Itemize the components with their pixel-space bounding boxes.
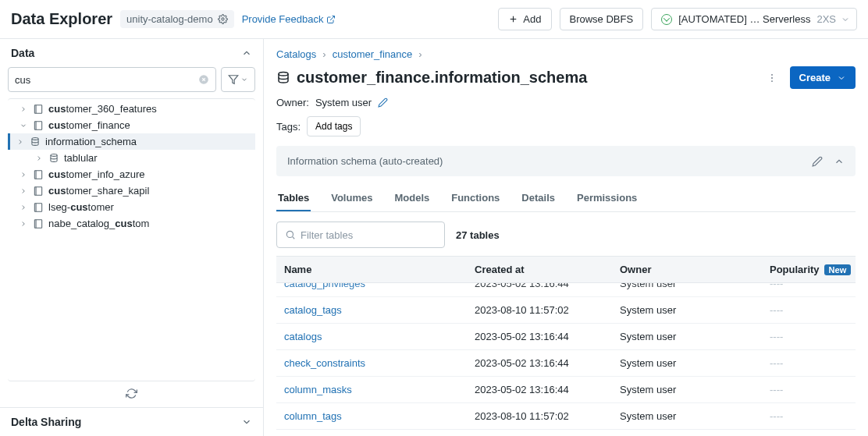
table-link[interactable]: column_tags	[284, 410, 342, 422]
table-row[interactable]: catalog_tags2023-08-10 11:57:02System us…	[276, 297, 856, 324]
provide-feedback-link[interactable]: Provide Feedback	[242, 13, 336, 25]
banner-text: Information schema (auto-created)	[287, 155, 443, 167]
table-link[interactable]: check_constraints	[284, 357, 365, 369]
tab-permissions[interactable]: Permissions	[575, 186, 639, 211]
breadcrumb: Catalogs › customer_finance ›	[276, 48, 856, 60]
refresh-icon[interactable]	[126, 388, 137, 399]
tree-item[interactable]: customer_share_kapil	[8, 183, 255, 199]
table-row[interactable]: check_constraints2023-05-02 13:16:44Syst…	[276, 350, 856, 377]
more-actions-button[interactable]	[760, 69, 784, 87]
create-button[interactable]: Create	[790, 66, 856, 89]
table-row[interactable]: column_masks2023-05-02 13:16:44System us…	[276, 377, 856, 403]
schema-tabs: TablesVolumesModelsFunctionsDetailsPermi…	[276, 186, 856, 212]
breadcrumb-catalogs[interactable]: Catalogs	[276, 48, 316, 60]
delta-sharing-section[interactable]: Delta Sharing	[0, 408, 263, 436]
catalog-icon	[33, 169, 44, 180]
add-tags-button[interactable]: Add tags	[307, 116, 361, 136]
tab-details[interactable]: Details	[520, 186, 557, 211]
tree-caret-icon[interactable]	[19, 220, 28, 228]
tree-item-label: customer_360_features	[48, 103, 157, 115]
svg-point-8	[32, 137, 38, 140]
search-input-field[interactable]	[15, 74, 198, 86]
tree-caret-icon[interactable]	[19, 105, 28, 113]
browse-dbfs-button[interactable]: Browse DBFS	[560, 8, 644, 30]
tree-item[interactable]: customer_info_azure	[8, 166, 255, 183]
external-link-icon	[326, 15, 336, 24]
table-link[interactable]: column_masks	[284, 384, 352, 395]
owner-value: System user	[315, 97, 372, 108]
tab-volumes[interactable]: Volumes	[329, 186, 374, 211]
tree-caret-icon[interactable]	[19, 171, 28, 179]
popularity-cell: ----	[762, 283, 856, 296]
compute-label: [AUTOMATED] … Serverless	[678, 13, 810, 25]
tree-caret-icon[interactable]	[19, 122, 28, 129]
add-button[interactable]: Add	[498, 8, 551, 30]
owner-cell: System user	[612, 297, 762, 323]
col-header-created[interactable]: Created at	[467, 257, 612, 282]
description-banner: Information schema (auto-created)	[276, 146, 856, 176]
tree-item[interactable]: customer_360_features	[8, 101, 255, 117]
col-header-popularity[interactable]: Popularity New	[762, 257, 856, 282]
edit-owner-button[interactable]	[378, 97, 388, 108]
svg-point-0	[222, 18, 224, 20]
chevron-right-icon: ›	[418, 48, 422, 60]
col-header-name[interactable]: Name	[276, 257, 467, 282]
owner-cell: System user	[612, 324, 762, 349]
created-cell: 2023-05-02 13:16:44	[467, 377, 612, 402]
svg-point-9	[51, 154, 57, 156]
popularity-cell: ----	[762, 297, 856, 323]
table-row[interactable]: catalog_privileges2023-05-02 13:16:44Sys…	[276, 283, 856, 297]
data-section-header[interactable]: Data	[0, 39, 263, 67]
col-header-owner[interactable]: Owner	[612, 257, 762, 282]
schema-icon	[276, 71, 290, 85]
tree-item[interactable]: information_schema	[8, 133, 255, 150]
collapse-banner-button[interactable]	[834, 156, 845, 167]
tab-tables[interactable]: Tables	[276, 186, 311, 211]
created-cell: 2023-05-02 13:16:44	[467, 430, 612, 436]
svg-point-17	[771, 80, 773, 82]
svg-line-19	[293, 237, 295, 239]
table-row[interactable]: columns2023-05-02 13:16:44System user---…	[276, 430, 856, 436]
chevron-down-icon	[240, 76, 248, 83]
svg-point-16	[771, 77, 773, 79]
breadcrumb-catalog-name[interactable]: customer_finance	[333, 48, 413, 60]
created-cell: 2023-05-02 13:16:44	[467, 350, 612, 376]
table-link[interactable]: catalog_tags	[284, 304, 342, 316]
tree-item[interactable]: lseg-customer	[8, 199, 255, 215]
filter-button[interactable]	[221, 67, 255, 92]
main-content: Catalogs › customer_finance › customer_f…	[264, 39, 868, 436]
catalog-icon	[33, 218, 44, 229]
table-row[interactable]: column_tags2023-08-10 11:57:02System use…	[276, 403, 856, 430]
filter-tables-input[interactable]	[276, 222, 445, 248]
popularity-cell: ----	[762, 430, 856, 436]
owner-cell: System user	[612, 403, 762, 429]
tags-row: Tags: Add tags	[276, 116, 856, 136]
tab-models[interactable]: Models	[393, 186, 431, 211]
tree-item-label: customer_finance	[48, 119, 130, 131]
tree-caret-icon[interactable]	[19, 187, 28, 195]
tables-grid: Name Created at Owner Popularity New cat…	[276, 256, 856, 436]
tree-caret-icon[interactable]	[34, 154, 44, 162]
table-link[interactable]: catalog_privileges	[284, 283, 365, 289]
popularity-cell: ----	[762, 324, 856, 349]
catalog-icon	[33, 104, 44, 115]
edit-description-button[interactable]	[812, 156, 823, 167]
table-row[interactable]: catalogs2023-05-02 13:16:44System user--…	[276, 324, 856, 350]
compute-selector[interactable]: [AUTOMATED] … Serverless 2XS	[651, 8, 857, 30]
catalog-search-input[interactable]	[8, 67, 216, 92]
tree-item[interactable]: customer_finance	[8, 117, 255, 133]
tree-caret-icon[interactable]	[16, 138, 25, 146]
table-body[interactable]: catalog_privileges2023-05-02 13:16:44Sys…	[276, 283, 856, 436]
clear-search-icon[interactable]	[198, 74, 209, 85]
table-link[interactable]: catalogs	[284, 331, 322, 342]
owner-row: Owner: System user	[276, 97, 856, 108]
created-cell: 2023-05-02 13:16:44	[467, 324, 612, 349]
workspace-selector[interactable]: unity-catalog-demo	[120, 10, 234, 28]
tree-caret-icon[interactable]	[19, 204, 28, 211]
tab-functions[interactable]: Functions	[450, 186, 501, 211]
schema-icon	[30, 136, 41, 147]
chevron-down-icon	[837, 73, 846, 83]
tree-item[interactable]: nabe_catalog_custom	[8, 215, 255, 232]
tree-item[interactable]: tablular	[8, 150, 255, 166]
filter-input-field[interactable]	[301, 229, 436, 241]
